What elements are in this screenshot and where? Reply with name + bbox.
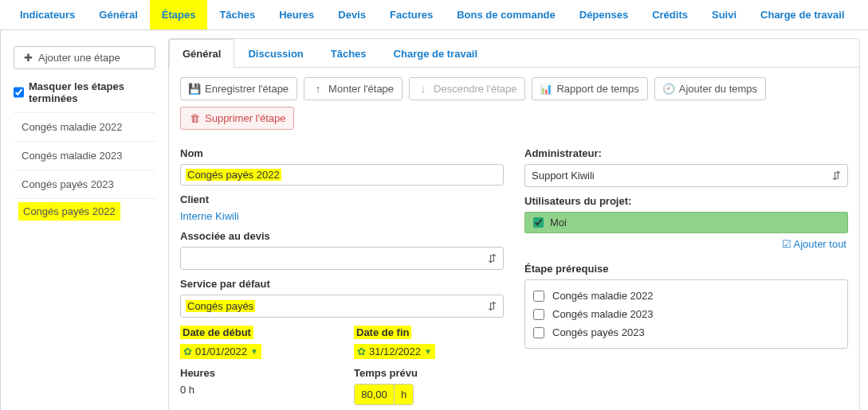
calendar-icon: ✿: [183, 346, 192, 357]
arrow-up-icon: ↑: [312, 83, 324, 95]
save-label: Enregistrer l'étape: [205, 83, 289, 95]
add-step-button[interactable]: ✚ Ajouter une étape: [14, 46, 155, 69]
main-tab-taches[interactable]: Tâches: [317, 39, 380, 68]
time-report-label: Rapport de temps: [556, 83, 638, 95]
planned-unit: h: [395, 385, 413, 404]
planned-input[interactable]: 80,00 h: [354, 384, 414, 405]
chart-icon: 📊: [540, 83, 552, 95]
tab-etapes[interactable]: Étapes: [150, 0, 208, 29]
arrow-down-icon: ↓: [418, 83, 429, 95]
admin-label: Administrateur:: [524, 147, 848, 159]
hide-done-toggle[interactable]: Masquer les étapes terminées: [14, 80, 155, 104]
service-label: Service par défaut: [180, 278, 504, 290]
top-nav: Indicateurs Général Étapes Tâches Heures…: [0, 0, 868, 30]
tab-factures[interactable]: Factures: [378, 0, 445, 29]
main-tab-charge[interactable]: Charge de travail: [380, 39, 492, 68]
planned-value: 80,00: [355, 385, 395, 404]
end-date-label: Date de fin: [354, 326, 411, 339]
move-up-button[interactable]: ↑ Monter l'étape: [304, 77, 403, 100]
service-value: Congés payés: [186, 300, 255, 312]
service-select[interactable]: Congés payés ⇵: [180, 295, 504, 318]
add-all-link[interactable]: ☑ Ajouter tout: [782, 238, 846, 250]
start-date-picker[interactable]: ✿ 01/01/2022 ▼: [180, 344, 261, 359]
admin-select[interactable]: Support Kiwili ⇵: [524, 164, 848, 187]
hide-done-label: Masquer les étapes terminées: [29, 80, 155, 104]
move-up-label: Monter l'étape: [328, 83, 394, 95]
main-tab-discussion[interactable]: Discussion: [234, 39, 316, 68]
main-tab-general[interactable]: Général: [169, 39, 234, 68]
main-panel: Général Discussion Tâches Charge de trav…: [168, 38, 860, 410]
add-all-label: Ajouter tout: [794, 238, 847, 250]
prereq-item[interactable]: Congés maladie 2023: [533, 305, 839, 323]
user-item[interactable]: Moi: [524, 212, 848, 233]
tab-suivi[interactable]: Suivi: [700, 0, 748, 29]
form-right: Administrateur: Support Kiwili ⇵ Utilisa…: [524, 139, 848, 410]
quote-select[interactable]: ⇵: [180, 247, 504, 270]
save-icon: 💾: [189, 83, 200, 95]
tab-depenses[interactable]: Dépenses: [568, 0, 640, 29]
step-item-selected[interactable]: Congés payés 2022: [18, 202, 120, 221]
user-name: Moi: [550, 217, 567, 228]
plus-circle-icon: ✚: [22, 52, 33, 64]
calendar-icon: ✿: [357, 346, 366, 357]
add-time-label: Ajouter du temps: [679, 83, 757, 95]
clock-icon: 🕘: [663, 83, 674, 95]
sidebar: ✚ Ajouter une étape Masquer les étapes t…: [9, 38, 160, 410]
tab-general[interactable]: Général: [87, 0, 149, 29]
chevron-icon: ⇵: [488, 252, 497, 264]
prereq-checkbox[interactable]: [533, 291, 544, 302]
hours-value: 0 h: [180, 384, 330, 396]
tab-heures[interactable]: Heures: [267, 0, 326, 29]
tab-credits[interactable]: Crédits: [640, 0, 700, 29]
client-label: Client: [180, 193, 504, 205]
toolbar: 💾 Enregistrer l'étape ↑ Monter l'étape ↓…: [169, 68, 859, 139]
prereq-checkbox[interactable]: [533, 309, 544, 320]
name-input[interactable]: Congés payés 2022: [180, 164, 504, 185]
prereq-text: Congés maladie 2022: [552, 290, 653, 302]
step-item[interactable]: Congés maladie 2022: [14, 113, 155, 142]
planned-label: Temps prévu: [354, 367, 504, 379]
step-item[interactable]: Congés maladie 2023: [14, 142, 155, 170]
delete-step-button[interactable]: 🗑 Supprimer l'étape: [180, 107, 294, 130]
end-date-value: 31/12/2022: [369, 346, 421, 357]
add-time-button[interactable]: 🕘 Ajouter du temps: [654, 77, 766, 100]
users-label: Utilisateurs du projet:: [524, 195, 848, 207]
main-tabs: Général Discussion Tâches Charge de trav…: [169, 39, 859, 68]
start-date-label: Date de début: [180, 326, 253, 339]
tab-bons[interactable]: Bons de commande: [445, 0, 568, 29]
end-date-picker[interactable]: ✿ 31/12/2022 ▼: [354, 344, 435, 359]
trash-icon: 🗑: [189, 112, 200, 124]
tab-devis[interactable]: Devis: [326, 0, 378, 29]
tab-taches[interactable]: Tâches: [207, 0, 267, 29]
form-left: Nom Congés payés 2022 Client Interne Kiw…: [180, 139, 504, 410]
hours-label: Heures: [180, 367, 330, 379]
prereq-text: Congés payés 2023: [552, 326, 645, 338]
caret-down-icon: ▼: [250, 347, 258, 356]
user-checkbox[interactable]: [533, 217, 544, 228]
chevron-icon: ⇵: [488, 300, 497, 312]
tab-indicateurs[interactable]: Indicateurs: [8, 0, 87, 29]
tab-charge[interactable]: Charge de travail: [748, 0, 857, 29]
check-icon: ☑: [782, 238, 791, 250]
prereq-text: Congés maladie 2023: [552, 308, 653, 320]
prereq-item[interactable]: Congés payés 2023: [533, 323, 839, 342]
name-value: Congés payés 2022: [186, 169, 281, 181]
chevron-icon: ⇵: [832, 170, 841, 182]
prereq-item[interactable]: Congés maladie 2022: [533, 287, 839, 305]
save-button[interactable]: 💾 Enregistrer l'étape: [180, 77, 297, 100]
client-link[interactable]: Interne Kiwili: [180, 210, 504, 222]
step-list: Congés maladie 2022 Congés maladie 2023 …: [14, 112, 155, 224]
add-step-label: Ajouter une étape: [38, 52, 120, 64]
delete-step-label: Supprimer l'étape: [205, 112, 285, 124]
move-down-button[interactable]: ↓ Descendre l'étape: [409, 77, 525, 100]
time-report-button[interactable]: 📊 Rapport de temps: [532, 77, 647, 100]
name-label: Nom: [180, 147, 504, 159]
move-down-label: Descendre l'étape: [434, 83, 516, 95]
prereq-label: Étape prérequise: [524, 263, 848, 275]
hide-done-checkbox[interactable]: [14, 87, 24, 98]
prereq-checkbox[interactable]: [533, 327, 544, 338]
admin-value: Support Kiwili: [532, 170, 595, 182]
quote-label: Associée au devis: [180, 230, 504, 242]
prereq-list: Congés maladie 2022 Congés maladie 2023 …: [524, 279, 848, 349]
step-item[interactable]: Congés payés 2023: [14, 170, 155, 199]
